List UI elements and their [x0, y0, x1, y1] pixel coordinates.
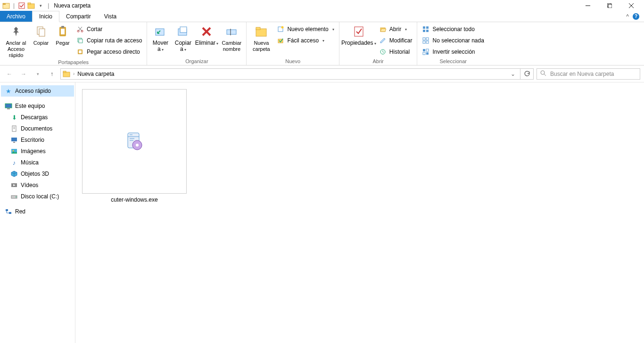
address-bar[interactable]: › Nueva carpeta ⌄	[60, 68, 520, 80]
content-pane[interactable]: cuter-windows.exe	[75, 82, 644, 343]
select-all-icon	[422, 25, 429, 33]
delete-button[interactable]: Eliminar▾	[195, 23, 218, 47]
folder-qat-icon[interactable]	[27, 1, 35, 10]
minimize-button[interactable]	[577, 0, 599, 11]
nav-this-pc[interactable]: Este equipo	[1, 100, 74, 112]
open-icon	[379, 25, 387, 33]
up-button[interactable]: ↑	[46, 68, 58, 80]
forward-button[interactable]: →	[18, 68, 29, 80]
folder-icon	[63, 70, 70, 78]
properties-icon	[351, 24, 366, 39]
svg-rect-14	[61, 26, 64, 28]
copy-icon	[33, 24, 49, 39]
qat-dropdown-icon[interactable]: ▾	[36, 1, 45, 10]
nav-pictures[interactable]: Imágenes	[1, 146, 74, 157]
tab-file[interactable]: Archivo	[0, 11, 32, 22]
back-button[interactable]: ←	[4, 68, 15, 80]
svg-rect-48	[423, 52, 425, 55]
move-to-icon	[153, 24, 168, 39]
svg-rect-49	[426, 52, 429, 55]
tab-home[interactable]: Inicio	[32, 11, 59, 22]
svg-rect-55	[7, 108, 10, 109]
paste-shortcut-button[interactable]: Pegar acceso directo	[74, 47, 144, 57]
search-input[interactable]: Buscar en Nueva carpeta	[537, 68, 640, 80]
history-button[interactable]: Historial	[377, 47, 414, 57]
nav-downloads[interactable]: ⬇ Descargas	[1, 112, 74, 123]
nav-desktop[interactable]: Escritorio	[1, 134, 74, 146]
window-controls	[577, 0, 642, 11]
nav-local-disk[interactable]: Disco local (C:)	[1, 191, 74, 202]
svg-point-70	[136, 144, 139, 147]
chevron-right-icon[interactable]: ›	[73, 71, 74, 76]
group-label-open: Abrir	[342, 57, 414, 65]
nav-music[interactable]: ♪ Música	[1, 157, 74, 168]
svg-rect-4	[28, 3, 31, 4]
move-to-button[interactable]: Mover a▾	[150, 23, 171, 53]
nav-documents[interactable]: Documentos	[1, 123, 74, 134]
ribbon-group-select: Seleccionar todo No seleccionar nada Inv…	[417, 22, 488, 65]
copy-to-button[interactable]: Copiar a▾	[173, 23, 193, 53]
breadcrumb-current[interactable]: Nueva carpeta	[77, 71, 114, 77]
select-all-button[interactable]: Seleccionar todo	[420, 24, 486, 34]
separator: |	[48, 2, 49, 9]
collapse-ribbon-icon[interactable]: ^	[626, 13, 629, 20]
address-dropdown-icon[interactable]: ⌄	[508, 71, 518, 77]
properties-qat-icon[interactable]	[17, 1, 26, 10]
help-icon[interactable]: ?	[633, 13, 639, 20]
copy-button[interactable]: Copiar	[31, 23, 51, 46]
svg-rect-25	[180, 27, 187, 33]
pin-quick-access-button[interactable]: Anclar al Acceso rápido	[3, 23, 29, 58]
group-label-select: Seleccionar	[420, 57, 486, 65]
copy-path-icon	[76, 37, 84, 44]
edit-icon	[379, 37, 387, 44]
svg-rect-54	[5, 104, 12, 108]
file-label: cuter-windows.exe	[111, 196, 157, 203]
nav-3d-objects[interactable]: Objetos 3D	[1, 168, 74, 180]
edit-button[interactable]: Modificar	[377, 35, 414, 46]
easy-access-icon	[277, 37, 284, 44]
select-none-icon	[422, 37, 429, 44]
svg-rect-31	[256, 27, 260, 30]
properties-button[interactable]: Propiedades▾	[342, 23, 375, 47]
invert-selection-icon	[422, 48, 429, 56]
nav-quick-access[interactable]: ★ Acceso rápido	[1, 85, 74, 97]
nav-videos[interactable]: Vídeos	[1, 180, 74, 191]
documents-icon	[10, 125, 18, 132]
new-folder-button[interactable]: Nueva carpeta	[249, 23, 273, 52]
svg-rect-39	[426, 26, 429, 29]
network-icon	[5, 208, 12, 215]
file-item[interactable]: cuter-windows.exe	[82, 89, 187, 203]
disk-icon	[10, 193, 18, 200]
easy-access-button[interactable]: Fácil acceso▾	[275, 35, 336, 46]
maximize-button[interactable]	[599, 0, 620, 11]
svg-line-53	[544, 74, 546, 76]
svg-rect-38	[423, 26, 425, 29]
copy-path-button[interactable]: Copiar ruta de acceso	[74, 35, 144, 46]
select-none-button[interactable]: No seleccionar nada	[420, 35, 486, 46]
svg-rect-23	[156, 29, 164, 35]
group-label-clipboard: Portapapeles	[3, 58, 144, 66]
svg-rect-2	[19, 3, 25, 8]
tab-share[interactable]: Compartir	[59, 11, 98, 22]
window-title: Nueva carpeta	[54, 2, 91, 9]
close-button[interactable]	[620, 0, 642, 11]
delete-icon	[199, 24, 214, 39]
svg-rect-41	[426, 30, 429, 32]
invert-selection-button[interactable]: Invertir selección	[420, 47, 486, 57]
new-item-button[interactable]: Nuevo elemento▾	[275, 24, 336, 34]
refresh-button[interactable]	[520, 68, 534, 80]
new-item-icon	[277, 25, 284, 33]
search-icon	[540, 70, 546, 78]
tab-view[interactable]: Vista	[98, 11, 123, 22]
rename-button[interactable]: Cambiar nombre	[220, 23, 243, 52]
recent-locations-button[interactable]: ▾	[32, 68, 43, 80]
navigation-pane[interactable]: ★ Acceso rápido Este equipo ⬇ Descargas …	[0, 82, 75, 343]
cut-button[interactable]: Cortar	[74, 24, 144, 34]
svg-rect-22	[79, 50, 82, 53]
open-button[interactable]: Abrir▾	[377, 24, 414, 34]
paste-button[interactable]: Pegar	[53, 23, 73, 46]
title-bar: | ▾ | Nueva carpeta	[0, 0, 644, 11]
svg-rect-43	[426, 38, 429, 40]
ribbon-group-open: Propiedades▾ Abrir▾ Modificar Historial …	[339, 22, 418, 65]
nav-network[interactable]: Red	[1, 206, 74, 217]
